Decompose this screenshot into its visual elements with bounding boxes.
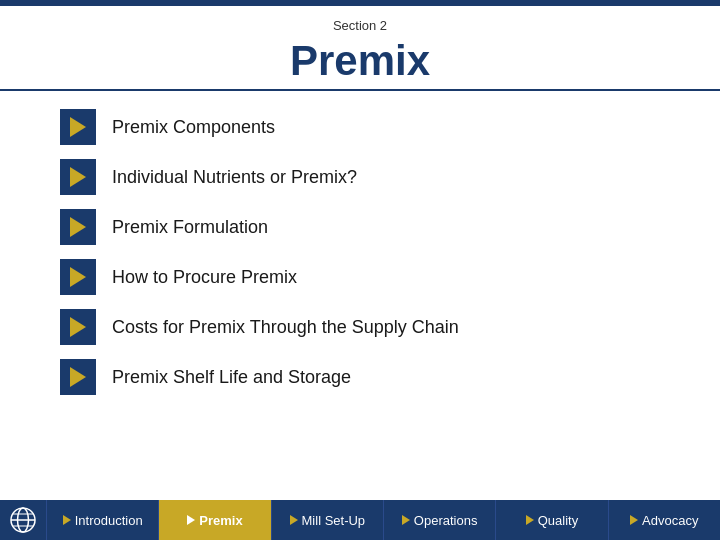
nav-label: Advocacy xyxy=(642,513,698,528)
nav-millsetup[interactable]: Mill Set-Up xyxy=(271,500,383,540)
nav-arrow-icon xyxy=(63,515,71,525)
chevron-right-icon xyxy=(70,367,86,387)
bottom-nav: Introduction Premix Mill Set-Up Operatio… xyxy=(0,500,720,540)
page-title: Premix xyxy=(0,37,720,85)
item-label: Costs for Premix Through the Supply Chai… xyxy=(112,317,459,338)
arrow-icon xyxy=(60,209,96,245)
nav-label: Premix xyxy=(199,513,242,528)
globe-icon xyxy=(9,506,37,534)
list-item[interactable]: Individual Nutrients or Premix? xyxy=(60,159,660,195)
chevron-right-icon xyxy=(70,267,86,287)
item-label: Premix Components xyxy=(112,117,275,138)
chevron-right-icon xyxy=(70,117,86,137)
arrow-icon xyxy=(60,109,96,145)
arrow-icon xyxy=(60,259,96,295)
nav-arrow-icon xyxy=(402,515,410,525)
header: Section 2 Premix xyxy=(0,6,720,91)
nav-introduction[interactable]: Introduction xyxy=(46,500,158,540)
arrow-icon xyxy=(60,159,96,195)
nav-arrow-icon xyxy=(187,515,195,525)
arrow-icon xyxy=(60,359,96,395)
nav-arrow-icon xyxy=(290,515,298,525)
list-item[interactable]: How to Procure Premix xyxy=(60,259,660,295)
item-label: Premix Formulation xyxy=(112,217,268,238)
nav-arrow-icon xyxy=(526,515,534,525)
nav-premix[interactable]: Premix xyxy=(158,500,270,540)
section-label: Section 2 xyxy=(0,18,720,33)
content-area: Premix Components Individual Nutrients o… xyxy=(0,91,720,419)
nav-label: Operations xyxy=(414,513,478,528)
item-label: Premix Shelf Life and Storage xyxy=(112,367,351,388)
nav-label: Introduction xyxy=(75,513,143,528)
globe-icon-container xyxy=(0,500,46,540)
nav-quality[interactable]: Quality xyxy=(495,500,607,540)
nav-arrow-icon xyxy=(630,515,638,525)
nav-operations[interactable]: Operations xyxy=(383,500,495,540)
list-item[interactable]: Premix Components xyxy=(60,109,660,145)
item-label: How to Procure Premix xyxy=(112,267,297,288)
nav-label: Mill Set-Up xyxy=(302,513,366,528)
list-item[interactable]: Premix Formulation xyxy=(60,209,660,245)
chevron-right-icon xyxy=(70,217,86,237)
chevron-right-icon xyxy=(70,317,86,337)
list-item[interactable]: Premix Shelf Life and Storage xyxy=(60,359,660,395)
nav-label: Quality xyxy=(538,513,578,528)
nav-advocacy[interactable]: Advocacy xyxy=(608,500,720,540)
list-item[interactable]: Costs for Premix Through the Supply Chai… xyxy=(60,309,660,345)
item-label: Individual Nutrients or Premix? xyxy=(112,167,357,188)
arrow-icon xyxy=(60,309,96,345)
chevron-right-icon xyxy=(70,167,86,187)
